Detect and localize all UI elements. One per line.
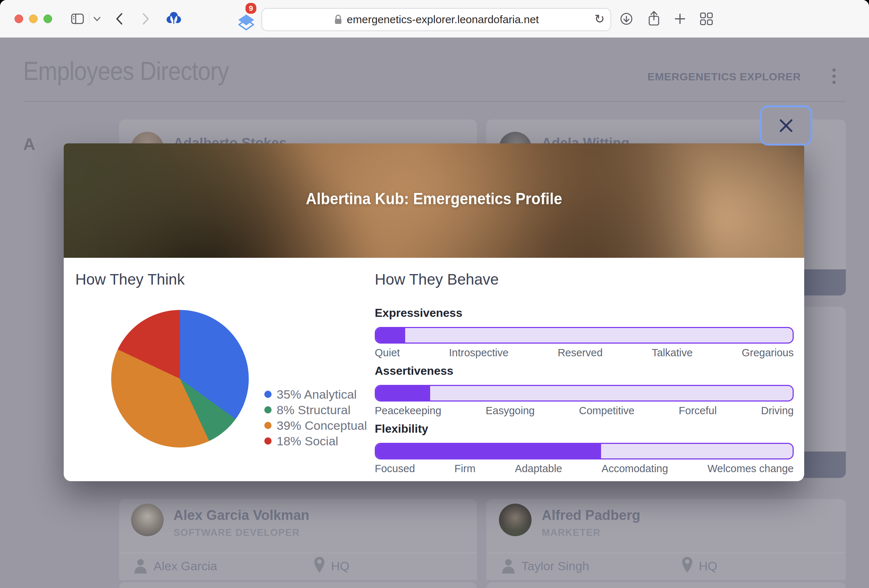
url-text: emergenetics-explorer.leonardofaria.net — [347, 13, 539, 26]
trait-bar-track — [375, 327, 794, 344]
address-bar[interactable]: emergenetics-explorer.leonardofaria.net … — [261, 8, 611, 31]
extension-badge: 9 — [245, 2, 257, 15]
legend-swatch — [264, 406, 271, 413]
scale-label: Focused — [375, 463, 415, 475]
employee-card: Alfred Padberg MARKETER Taylor Singh HQ — [486, 499, 846, 580]
reload-icon[interactable]: ↻ — [595, 12, 605, 26]
browser-window: 9 emergenetics-explorer.leonardofaria.ne… — [0, 0, 869, 588]
brand-label: EMERGENETICS EXPLORER — [647, 71, 801, 83]
scale-label: Introspective — [449, 347, 509, 359]
legend-swatch — [264, 437, 271, 444]
lock-icon — [334, 14, 343, 25]
employee-name: Alex Garcia Volkman — [174, 508, 309, 523]
employee-card — [119, 582, 477, 588]
employee-card: Alex Garcia Volkman SOFTWARE DEVELOPER A… — [119, 499, 477, 580]
legend-item: 18% Social — [264, 435, 367, 447]
trait-flexibility: Flexibility Focused Firm Adaptable Accom… — [375, 422, 794, 475]
card-divider — [486, 552, 846, 553]
trait-scale-labels: Focused Firm Adaptable Accomodating Welc… — [375, 463, 794, 475]
think-heading: How They Think — [75, 271, 185, 288]
modal-title: Albertina Kub: Emergenetics Profile — [86, 190, 782, 208]
employee-card — [486, 582, 846, 588]
legend-label: 39% Conceptual — [277, 419, 367, 432]
legend-item: 39% Conceptual — [264, 419, 367, 432]
browser-toolbar: 9 emergenetics-explorer.leonardofaria.ne… — [0, 0, 869, 38]
trait-scale-labels: Peacekeeping Easygoing Competitive Force… — [375, 405, 794, 417]
legend-item: 8% Structural — [264, 404, 367, 416]
back-button[interactable] — [115, 12, 123, 25]
avatar — [131, 504, 164, 536]
trait-label: Expressiveness — [375, 306, 794, 320]
scale-label: Competitive — [579, 405, 635, 417]
scale-label: Talkative — [652, 347, 693, 359]
legend-item: 35% Analytical — [264, 388, 367, 400]
minimize-window-button[interactable] — [29, 15, 38, 23]
trait-label: Flexibility — [375, 422, 794, 435]
legend-label: 18% Social — [277, 434, 338, 448]
trait-bar-track — [375, 385, 794, 401]
page-title: Employees Directory — [23, 56, 229, 86]
new-tab-icon[interactable] — [674, 13, 686, 25]
tab-overview-icon[interactable] — [700, 12, 713, 25]
trait-scale-labels: Quiet Introspective Reserved Talkative G… — [375, 347, 794, 359]
section-letter: A — [23, 134, 35, 154]
card-divider — [119, 552, 477, 553]
legend-label: 8% Structural — [277, 403, 350, 417]
scale-label: Forceful — [679, 405, 717, 417]
trait-bar-fill — [376, 386, 430, 400]
scale-label: Peacekeeping — [375, 405, 441, 417]
emergenetics-profile-modal: Albertina Kub: Emergenetics Profile How … — [64, 144, 804, 481]
employee-role: SOFTWARE DEVELOPER — [174, 527, 300, 538]
scale-label: Firm — [454, 463, 475, 475]
trait-expressiveness: Expressiveness Quiet Introspective Reser… — [375, 306, 794, 359]
trait-bar-track — [375, 443, 794, 459]
sidebar-toggle-icon[interactable] — [71, 13, 84, 25]
trait-assertiveness: Assertiveness Peacekeeping Easygoing Com… — [375, 364, 794, 417]
header-divider — [23, 101, 846, 102]
location-name: HQ — [699, 559, 717, 573]
profile-banner-image: Albertina Kub: Emergenetics Profile — [64, 144, 804, 258]
scale-label: Quiet — [375, 347, 400, 359]
person-icon — [133, 558, 148, 574]
avatar — [499, 504, 532, 536]
trait-bar-fill — [376, 328, 405, 342]
scale-label: Gregarious — [742, 347, 794, 359]
location-name: HQ — [331, 559, 349, 573]
person-icon — [501, 558, 516, 574]
location-pin-icon — [313, 556, 326, 574]
site-app-icon — [166, 11, 182, 27]
close-icon — [779, 118, 794, 133]
toolbar-divider — [89, 13, 89, 25]
manager-name: Alex Garcia — [154, 559, 217, 573]
downloads-icon[interactable] — [620, 12, 633, 25]
manager-name: Taylor Singh — [521, 559, 589, 573]
scale-label: Welcomes change — [707, 463, 794, 475]
think-pie-chart — [111, 310, 249, 447]
scale-label: Reserved — [558, 347, 602, 359]
trait-label: Assertiveness — [375, 364, 794, 378]
forward-button[interactable] — [142, 12, 150, 25]
close-window-button[interactable] — [15, 15, 23, 23]
scale-label: Adaptable — [515, 463, 562, 475]
legend-swatch — [264, 422, 271, 429]
location-pin-icon — [681, 556, 693, 574]
pie-legend: 35% Analytical8% Structural39% Conceptua… — [264, 388, 367, 447]
chevron-down-icon[interactable] — [93, 17, 101, 22]
trait-bar-fill — [376, 444, 601, 458]
modal-close-button[interactable] — [760, 105, 812, 145]
legend-swatch — [264, 391, 271, 398]
employee-role: MARKETER — [542, 527, 601, 538]
legend-label: 35% Analytical — [277, 387, 357, 401]
scale-label: Driving — [761, 405, 794, 417]
kebab-menu-icon — [832, 68, 836, 84]
behave-heading: How They Behave — [375, 271, 498, 288]
share-icon[interactable] — [647, 11, 661, 27]
scale-label: Easygoing — [486, 405, 534, 417]
employee-name: Alfred Padberg — [542, 508, 640, 523]
scale-label: Accomodating — [601, 463, 668, 475]
zoom-window-button[interactable] — [43, 15, 52, 23]
